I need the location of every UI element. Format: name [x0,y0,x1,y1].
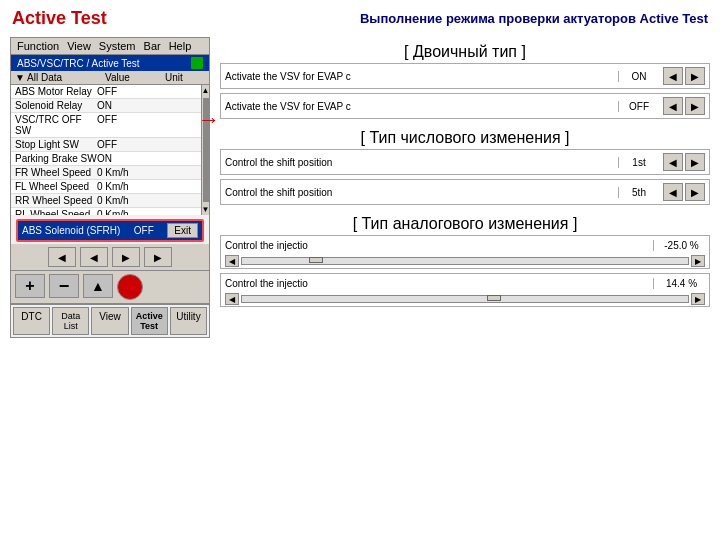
binary-widget-2-label: Activate the VSV for EVAP c [221,101,619,112]
numeric-widget-1-arrows: ◀ ▶ [659,153,709,171]
analog-widget-2: Control the injectio 14.4 % ◀ ▶ [220,273,710,307]
stop-button[interactable] [117,274,143,300]
analog-right-arrow-1[interactable]: ▶ [691,255,705,267]
analog-section: [ Тип аналогового изменения ] Control th… [220,215,710,307]
analog-thumb-2 [487,295,501,301]
binary-widget-1-arrows: ◀ ▶ [659,67,709,85]
nav-active-test[interactable]: ActiveTest [131,307,168,335]
binary-widget-1-value: ON [619,71,659,82]
analog-thumb-1 [309,257,323,263]
table-row[interactable]: Stop Light SWOFF [11,138,201,152]
ctrl-right-arrow[interactable]: ▶ [112,247,140,267]
binary-widget-1-label: Activate the VSV for EVAP c [221,71,619,82]
numeric-label: [ Тип числового изменения ] [220,129,710,147]
exit-button[interactable]: Exit [167,223,198,238]
numeric-left-arrow-2[interactable]: ◀ [663,183,683,201]
binary-widget-2-value: OFF [619,101,659,112]
active-test-title: Active Test [12,8,107,29]
path-text: ABS/VSC/TRC / Active Test [17,58,140,69]
menu-view[interactable]: View [67,40,91,52]
table-scrollbar[interactable]: ▲ ▼ [201,85,209,215]
nav-utility[interactable]: Utility [170,307,207,335]
bottom-nav: DTC DataList View ActiveTest Utility [11,304,209,337]
nav-view[interactable]: View [91,307,128,335]
tool-menubar: Function View System Bar Help [11,38,209,55]
scroll-up-icon[interactable]: ▲ [201,85,209,96]
ctrl-right-arrow2[interactable]: ▶ [144,247,172,267]
analog-left-arrow-2[interactable]: ◀ [225,293,239,305]
numeric-widget-2-arrows: ◀ ▶ [659,183,709,201]
selected-item-value: OFF [134,225,154,236]
path-icon [191,57,203,69]
analog-label: [ Тип аналогового изменения ] [220,215,710,233]
menu-function[interactable]: Function [17,40,59,52]
col-unit: Unit [165,72,205,83]
analog-widget-1-label: Control the injectio [221,240,654,251]
col-value: Value [105,72,165,83]
menu-system[interactable]: System [99,40,136,52]
plus-button[interactable]: + [15,274,45,298]
binary-widgets: Activate the VSV for EVAP c ON ◀ ▶ Activ… [220,63,710,119]
binary-label: [ Двоичный тип ] [220,43,710,61]
table-row[interactable]: Parking Brake SWON [11,152,201,166]
analog-widget-1-top: Control the injectio -25.0 % [221,236,709,254]
left-panel: Function View System Bar Help ABS/VSC/TR… [10,37,210,338]
func-buttons-row: + − ▲ [11,270,209,304]
table-row[interactable]: VSC/TRC OFF SWOFF [11,113,201,138]
analog-widget-2-label: Control the injectio [221,278,654,289]
numeric-left-arrow-1[interactable]: ◀ [663,153,683,171]
numeric-section: [ Тип числового изменения ] Control the … [220,129,710,205]
binary-widget-1: Activate the VSV for EVAP c ON ◀ ▶ [220,63,710,89]
numeric-widget-1: Control the shift position 1st ◀ ▶ [220,149,710,175]
main-content: Function View System Bar Help ABS/VSC/TR… [0,33,720,342]
header-subtitle: Выполнение режима проверки актуаторов Ac… [360,11,708,26]
analog-widget-2-value: 14.4 % [654,278,709,289]
header: Active Test Выполнение режима проверки а… [0,0,720,33]
col-all-data: ▼ All Data [15,72,105,83]
analog-widget-1-value: -25.0 % [654,240,709,251]
ctrl-left-arrow2[interactable]: ◀ [80,247,108,267]
right-panel: → [ Двоичный тип ] Activate the VSV for … [220,37,710,338]
numeric-right-arrow-1[interactable]: ▶ [685,153,705,171]
tool-path-bar: ABS/VSC/TRC / Active Test [11,55,209,71]
analog-widget-1-slider: ◀ ▶ [221,254,709,268]
binary-left-arrow-1[interactable]: ◀ [663,67,683,85]
table-row[interactable]: RR Wheel Speed0 Km/h [11,194,201,208]
analog-left-arrow-1[interactable]: ◀ [225,255,239,267]
control-arrows: ◀ ◀ ▶ ▶ [11,244,209,270]
table-row[interactable]: ABS Motor RelayOFF [11,85,201,99]
nav-data-list[interactable]: DataList [52,307,89,335]
minus-button[interactable]: − [49,274,79,298]
table-row[interactable]: Solenoid RelayON [11,99,201,113]
analog-widgets: Control the injectio -25.0 % ◀ ▶ Contro [220,235,710,307]
menu-help[interactable]: Help [169,40,192,52]
analog-right-arrow-2[interactable]: ▶ [691,293,705,305]
binary-section: [ Двоичный тип ] Activate the VSV for EV… [220,43,710,119]
table-row[interactable]: FL Wheel Speed0 Km/h [11,180,201,194]
binary-widget-2: Activate the VSV for EVAP c OFF ◀ ▶ [220,93,710,119]
ctrl-left-arrow[interactable]: ◀ [48,247,76,267]
analog-track-1[interactable] [241,257,689,265]
table-rows: ABS Motor RelayOFF Solenoid RelayON VSC/… [11,85,201,215]
binary-right-arrow-2[interactable]: ▶ [685,97,705,115]
analog-widget-2-top: Control the injectio 14.4 % [221,274,709,292]
numeric-right-arrow-2[interactable]: ▶ [685,183,705,201]
table-row[interactable]: FR Wheel Speed0 Km/h [11,166,201,180]
binary-left-arrow-2[interactable]: ◀ [663,97,683,115]
selected-item-name: ABS Solenoid (SFRH) [22,225,120,236]
numeric-widget-1-value: 1st [619,157,659,168]
numeric-widget-2-label: Control the shift position [221,187,619,198]
analog-track-2[interactable] [241,295,689,303]
menu-bar[interactable]: Bar [144,40,161,52]
up-button[interactable]: ▲ [83,274,113,298]
table-area: ABS Motor RelayOFF Solenoid RelayON VSC/… [11,85,209,215]
table-row[interactable]: RL Wheel Speed0 Km/h [11,208,201,215]
selected-item-bar: ABS Solenoid (SFRH) OFF Exit [16,219,204,242]
nav-dtc[interactable]: DTC [13,307,50,335]
scroll-down-icon[interactable]: ▼ [201,204,209,215]
numeric-widgets: Control the shift position 1st ◀ ▶ Contr… [220,149,710,205]
numeric-widget-2: Control the shift position 5th ◀ ▶ [220,179,710,205]
selected-bar-container: ABS Solenoid (SFRH) OFF Exit [11,215,209,244]
table-header: ▼ All Data Value Unit [11,71,209,85]
binary-right-arrow-1[interactable]: ▶ [685,67,705,85]
